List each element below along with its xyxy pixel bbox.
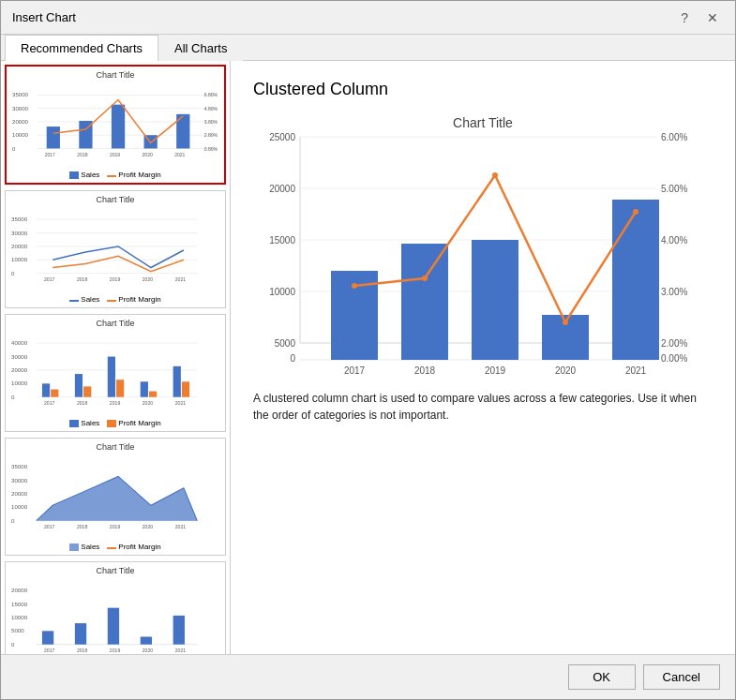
svg-rect-118: [472, 240, 518, 360]
svg-rect-117: [401, 244, 448, 360]
svg-rect-56: [173, 366, 181, 397]
svg-text:10000: 10000: [11, 256, 28, 262]
svg-rect-83: [108, 608, 119, 645]
thumb-3-title: Chart Title: [9, 319, 221, 328]
svg-text:2021: 2021: [625, 365, 647, 376]
cancel-button[interactable]: Cancel: [643, 664, 720, 690]
svg-text:2020: 2020: [143, 276, 154, 282]
thumb-4-legend-profit: Profit Margin: [107, 543, 160, 551]
svg-text:2021: 2021: [175, 524, 187, 529]
svg-text:15000: 15000: [269, 235, 295, 246]
svg-text:2018: 2018: [414, 365, 436, 376]
svg-rect-49: [51, 389, 58, 396]
thumb-4-legend-sales: Sales: [69, 543, 99, 551]
svg-text:20000: 20000: [269, 184, 295, 194]
help-button[interactable]: ?: [675, 8, 694, 27]
svg-text:20000: 20000: [11, 243, 28, 249]
svg-rect-10: [47, 127, 60, 148]
svg-text:10000: 10000: [11, 614, 28, 620]
svg-point-124: [563, 320, 568, 325]
title-bar-controls: ? ✕: [675, 8, 724, 27]
svg-text:20000: 20000: [12, 118, 29, 125]
svg-text:2019: 2019: [485, 365, 506, 376]
main-content: Chart Title 35000 30000 20000 10000 0: [1, 61, 735, 654]
svg-text:0.00%: 0.00%: [661, 353, 687, 364]
svg-text:35000: 35000: [11, 463, 28, 469]
svg-text:4.00%: 4.00%: [661, 235, 687, 246]
svg-text:2020: 2020: [143, 152, 153, 157]
svg-rect-53: [116, 380, 124, 396]
svg-text:35000: 35000: [12, 91, 29, 97]
svg-text:2020: 2020: [143, 524, 154, 529]
thumb-1-chart: 35000 30000 20000 10000 0: [10, 82, 220, 166]
svg-point-125: [633, 209, 638, 215]
svg-text:0: 0: [11, 270, 15, 276]
svg-text:2018: 2018: [77, 276, 88, 282]
chart-description: A clustered column chart is used to comp…: [253, 390, 713, 424]
svg-text:5000: 5000: [11, 627, 24, 633]
svg-rect-84: [141, 636, 152, 644]
svg-text:0: 0: [11, 641, 15, 648]
svg-text:2017: 2017: [44, 400, 55, 406]
svg-text:2020: 2020: [143, 400, 154, 406]
svg-text:2019: 2019: [110, 152, 120, 157]
svg-text:2018: 2018: [77, 524, 88, 529]
svg-text:2018: 2018: [77, 648, 88, 653]
svg-rect-12: [112, 105, 125, 149]
svg-text:2017: 2017: [44, 524, 55, 529]
svg-point-123: [492, 172, 498, 178]
thumbnail-1[interactable]: Chart Title 35000 30000 20000 10000 0: [5, 65, 226, 185]
thumb-2-legend-sales: Sales: [69, 295, 99, 304]
svg-text:20000: 20000: [11, 587, 28, 593]
thumb-1-legend-profit: Profit Margin: [107, 171, 160, 179]
svg-text:2.80%: 2.80%: [204, 132, 218, 138]
svg-text:Chart Title: Chart Title: [453, 115, 513, 130]
svg-text:2020: 2020: [143, 648, 154, 653]
svg-text:2021: 2021: [175, 276, 187, 282]
svg-text:10000: 10000: [269, 287, 295, 297]
svg-marker-69: [37, 476, 198, 520]
svg-text:0.80%: 0.80%: [204, 146, 218, 152]
svg-text:2017: 2017: [45, 152, 55, 157]
svg-text:2.00%: 2.00%: [661, 338, 687, 349]
thumb-5-chart: 20000 15000 10000 5000 0 2017 2018 2019 …: [9, 577, 221, 654]
svg-rect-50: [75, 374, 83, 397]
thumbnail-3[interactable]: Chart Title 40000 30000 20000 10000 0: [5, 314, 226, 432]
svg-text:2017: 2017: [44, 648, 55, 653]
thumbnail-5[interactable]: Chart Title 20000 15000 10000 5000 0 201…: [5, 561, 226, 654]
svg-text:10000: 10000: [11, 380, 28, 386]
svg-text:30000: 30000: [11, 353, 28, 360]
thumb-1-title: Chart Title: [10, 70, 220, 80]
tab-all-charts[interactable]: All Charts: [158, 35, 243, 61]
svg-text:6.00%: 6.00%: [661, 132, 687, 142]
close-button[interactable]: ✕: [701, 8, 724, 27]
svg-text:25000: 25000: [269, 132, 295, 142]
svg-text:5.00%: 5.00%: [661, 184, 687, 194]
thumbnail-4[interactable]: Chart Title 35000 30000 20000 10000 0 20…: [5, 438, 226, 556]
thumb-2-title: Chart Title: [9, 195, 221, 204]
thumb-1-legend-sales: Sales: [69, 171, 99, 179]
insert-chart-dialog: Insert Chart ? ✕ Recommended Charts All …: [0, 0, 736, 700]
svg-point-121: [352, 283, 357, 289]
thumb-3-legend-sales: Sales: [69, 419, 99, 427]
svg-text:6.80%: 6.80%: [204, 92, 218, 97]
thumbnail-2[interactable]: Chart Title 35000 30000 20000 10000 0: [5, 190, 226, 308]
svg-text:10000: 10000: [11, 503, 28, 510]
chart-detail-panel: Clustered Column Chart Title 25000 20000…: [231, 61, 735, 654]
svg-point-122: [422, 276, 428, 281]
thumb-3-chart: 40000 30000 20000 10000 0: [9, 330, 221, 414]
svg-rect-57: [182, 381, 189, 396]
svg-rect-82: [75, 623, 86, 645]
svg-text:2018: 2018: [77, 400, 88, 406]
svg-text:10000: 10000: [12, 131, 29, 138]
svg-text:30000: 30000: [11, 477, 28, 484]
svg-text:40000: 40000: [11, 339, 28, 346]
chart-type-title: Clustered Column: [253, 80, 713, 99]
svg-rect-85: [173, 616, 185, 645]
svg-text:2019: 2019: [110, 276, 121, 282]
tab-recommended[interactable]: Recommended Charts: [5, 35, 158, 61]
svg-text:2017: 2017: [344, 365, 366, 376]
svg-text:20000: 20000: [11, 490, 28, 497]
ok-button[interactable]: OK: [568, 664, 636, 690]
svg-text:3.80%: 3.80%: [204, 119, 218, 125]
